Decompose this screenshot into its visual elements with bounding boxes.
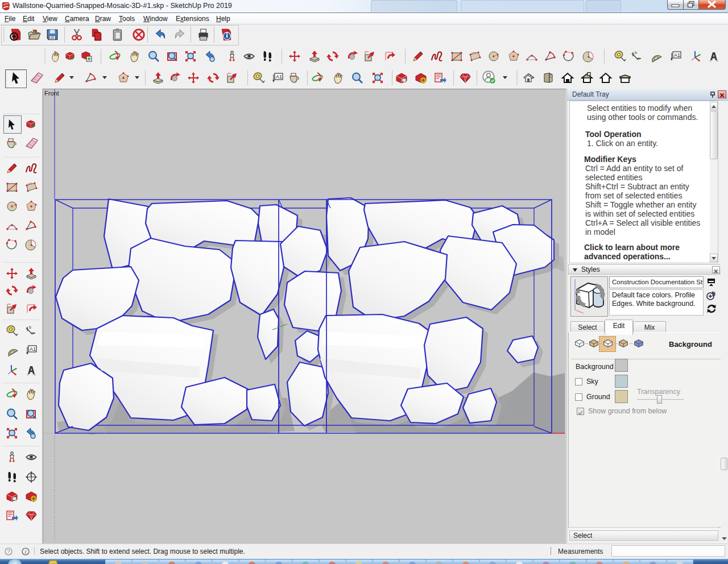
svg-text:?: ?: [7, 549, 10, 554]
svg-text:i: i: [25, 549, 27, 555]
svg-text:b: b: [635, 51, 637, 55]
svg-text:A1: A1: [674, 52, 680, 58]
svg-text:b: b: [29, 325, 31, 329]
svg-text:C: C: [30, 474, 33, 477]
svg-text:A1: A1: [276, 74, 282, 80]
svg-text:A1: A1: [30, 346, 36, 352]
